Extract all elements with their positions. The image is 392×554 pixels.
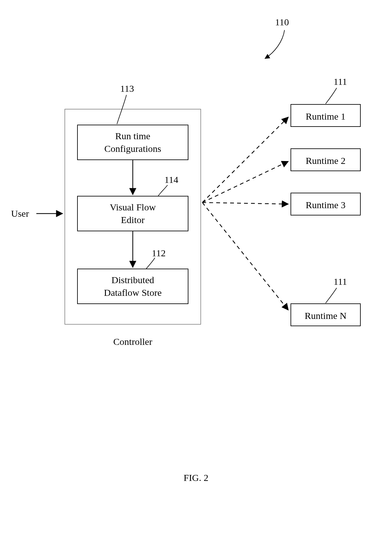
ref-114: 114 bbox=[164, 174, 178, 185]
figure-caption: FIG. 2 bbox=[184, 472, 208, 483]
distributed-dataflow-store-line2: Dataflow Store bbox=[104, 287, 162, 298]
runtime-2-label: Runtime 2 bbox=[306, 155, 346, 166]
runtime-config-line1: Run time bbox=[115, 131, 150, 141]
ref-111-top: 111 bbox=[334, 76, 347, 87]
leader-111-bottom bbox=[326, 288, 337, 303]
runtime-3-label: Runtime 3 bbox=[306, 200, 346, 210]
ref-111-bottom: 111 bbox=[334, 276, 347, 287]
user-label: User bbox=[11, 208, 29, 219]
dashed-arrow-to-runtime-n bbox=[202, 202, 288, 310]
controller-label: Controller bbox=[113, 336, 152, 347]
ref-112: 112 bbox=[152, 248, 166, 258]
runtime-config-line2: Configurations bbox=[104, 143, 161, 154]
visual-flow-editor-line1: Visual Flow bbox=[110, 202, 156, 212]
runtime-n-label: Runtime N bbox=[305, 310, 347, 321]
distributed-dataflow-store-box bbox=[77, 269, 188, 304]
runtime-config-box bbox=[77, 125, 188, 160]
diagram-canvas: Run time Configurations Visual Flow Edit… bbox=[0, 0, 392, 554]
visual-flow-editor-box bbox=[77, 196, 188, 231]
visual-flow-editor-line2: Editor bbox=[121, 215, 145, 225]
leader-111-top bbox=[326, 88, 337, 104]
dashed-arrow-to-runtime-2 bbox=[202, 161, 288, 202]
ref-110: 110 bbox=[275, 17, 289, 27]
ref-113: 113 bbox=[120, 83, 134, 94]
runtime-1-label: Runtime 1 bbox=[306, 111, 346, 121]
dashed-arrow-to-runtime-3 bbox=[202, 202, 288, 204]
dashed-arrow-to-runtime-1 bbox=[202, 117, 288, 202]
leader-110 bbox=[265, 30, 285, 59]
distributed-dataflow-store-line1: Distributed bbox=[112, 275, 154, 285]
